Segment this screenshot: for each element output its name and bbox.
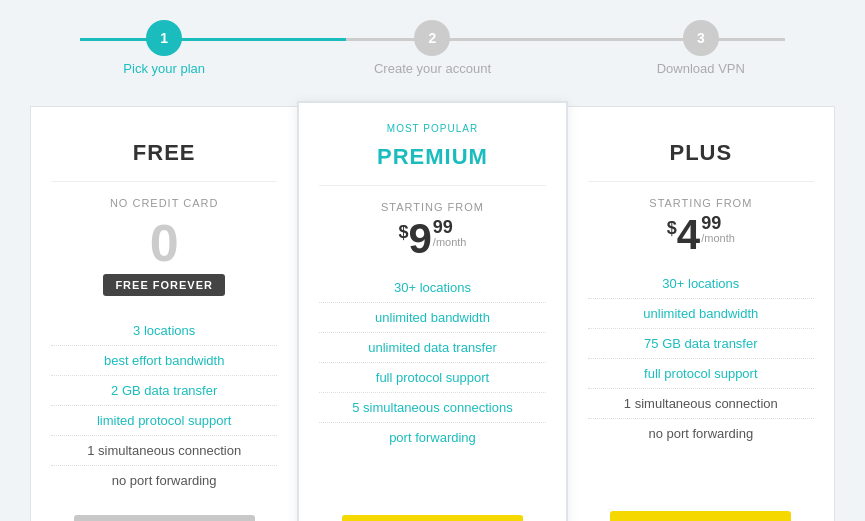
plan-premium-features: 30+ locations unlimited bandwidth unlimi… [319,273,545,452]
plan-free-divider [51,181,277,182]
plan-free-price-wrapper: 0 [150,217,179,269]
plan-plus-cents-month: 99 /month [701,214,735,244]
feature-item: limited protocol support [51,406,277,436]
feature-item: unlimited bandwidth [588,299,814,329]
plan-premium-cents: 99 [433,218,467,236]
plan-plus-dollar: $ [667,218,677,239]
plan-free-name: FREE [133,140,196,166]
stepper-label-2: Create your account [374,61,491,76]
feature-item: no port forwarding [51,466,277,495]
plan-free-badge: FREE FOREVER [103,274,225,296]
premium-buy-button[interactable]: Buy now [342,515,523,521]
feature-item: 2 GB data transfer [51,376,277,406]
plan-premium: MOST POPULAR PREMIUM STARTING FROM $ 9 9… [297,101,567,521]
feature-item: no port forwarding [588,419,814,448]
feature-item: full protocol support [319,363,545,393]
plan-plus-divider [588,181,814,182]
plan-plus-features: 30+ locations unlimited bandwidth 75 GB … [588,269,814,448]
plan-plus: PLUS STARTING FROM $ 4 99 /month 30+ loc… [567,106,835,521]
plan-plus-price: $ 4 99 /month [667,214,735,256]
plan-free-features: 3 locations best effort bandwidth 2 GB d… [51,316,277,495]
stepper-label-3: Download VPN [657,61,745,76]
stepper-circle-1: 1 [146,20,182,56]
plan-premium-popular: MOST POPULAR [387,123,478,134]
plan-premium-starting: STARTING FROM [381,201,484,213]
feature-item: 30+ locations [588,269,814,299]
feature-item: 5 simultaneous connections [319,393,545,423]
plan-plus-cents: 99 [701,214,735,232]
feature-item: 3 locations [51,316,277,346]
stepper-label-1: Pick your plan [123,61,205,76]
feature-item: port forwarding [319,423,545,452]
plan-free-no-credit: NO CREDIT CARD [110,197,219,209]
stepper-circle-2: 2 [414,20,450,56]
plan-premium-name: PREMIUM [377,144,488,170]
plan-premium-cents-month: 99 /month [433,218,467,248]
stepper-step-3: 3 Download VPN [567,20,835,76]
plan-plus-name: PLUS [669,140,732,166]
stepper: 1 Pick your plan 2 Create your account 3… [30,20,835,76]
plan-premium-dollar: $ [398,222,408,243]
stepper-step-2: 2 Create your account [298,20,566,76]
feature-item: 75 GB data transfer [588,329,814,359]
feature-item: full protocol support [588,359,814,389]
plans-container: FREE NO CREDIT CARD 0 FREE FOREVER 3 loc… [30,106,835,521]
stepper-circle-3: 3 [683,20,719,56]
feature-item: best effort bandwidth [51,346,277,376]
plan-premium-amount: 9 [409,218,432,260]
plus-buy-button[interactable]: Buy now [610,511,791,521]
plan-free: FREE NO CREDIT CARD 0 FREE FOREVER 3 loc… [30,106,298,521]
feature-item: unlimited bandwidth [319,303,545,333]
plan-plus-starting: STARTING FROM [649,197,752,209]
plan-plus-month: /month [701,232,735,244]
stepper-step-1: 1 Pick your plan [30,20,298,76]
plan-premium-price: $ 9 99 /month [398,218,466,260]
feature-item: unlimited data transfer [319,333,545,363]
register-button[interactable]: Register [74,515,255,521]
feature-item: 30+ locations [319,273,545,303]
feature-item: 1 simultaneous connection [588,389,814,419]
plan-premium-month: /month [433,236,467,248]
plan-free-zero: 0 [150,217,179,269]
feature-item: 1 simultaneous connection [51,436,277,466]
plan-premium-divider [319,185,545,186]
plan-plus-amount: 4 [677,214,700,256]
